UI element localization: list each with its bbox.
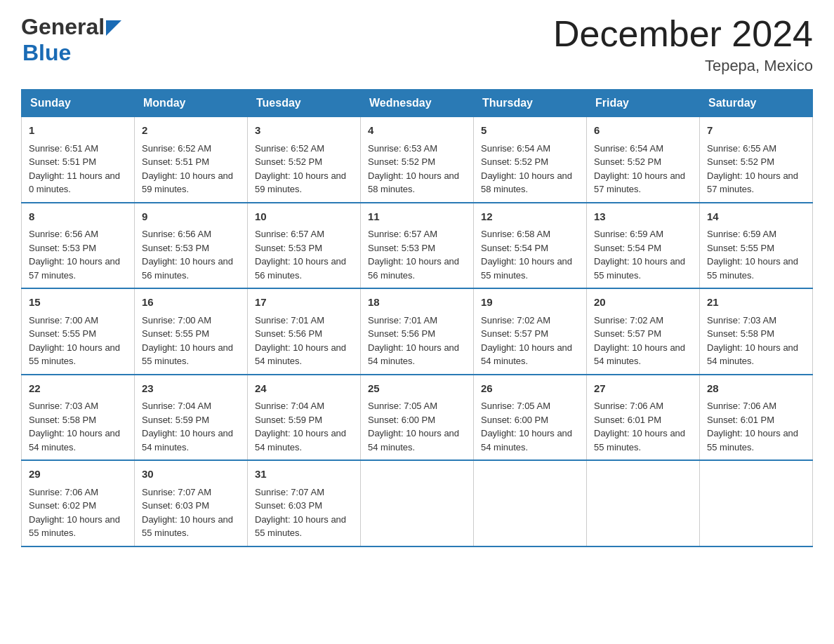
sunset-label: Sunset: 5:52 PM <box>368 156 435 167</box>
daylight-label: Daylight: 10 hours and 54 minutes. <box>594 342 685 367</box>
daylight-label: Daylight: 10 hours and 55 minutes. <box>707 256 798 281</box>
col-header-friday: Friday <box>587 90 700 117</box>
svg-marker-0 <box>106 20 121 36</box>
day-number: 31 <box>255 467 353 483</box>
daylight-label: Daylight: 10 hours and 55 minutes. <box>481 256 572 281</box>
calendar-cell: 9 Sunrise: 6:56 AM Sunset: 5:53 PM Dayli… <box>135 203 248 289</box>
calendar-week-row: 8 Sunrise: 6:56 AM Sunset: 5:53 PM Dayli… <box>22 203 813 289</box>
calendar-cell: 30 Sunrise: 7:07 AM Sunset: 6:03 PM Dayl… <box>135 460 248 546</box>
calendar-cell: 31 Sunrise: 7:07 AM Sunset: 6:03 PM Dayl… <box>248 460 361 546</box>
day-number: 28 <box>707 381 805 397</box>
logo: General Blue <box>21 14 121 66</box>
sunrise-label: Sunrise: 6:53 AM <box>368 143 437 154</box>
sunset-label: Sunset: 5:56 PM <box>368 328 435 339</box>
day-number: 13 <box>594 209 692 225</box>
day-number: 15 <box>29 295 127 311</box>
calendar-cell: 29 Sunrise: 7:06 AM Sunset: 6:02 PM Dayl… <box>22 460 135 546</box>
sunrise-label: Sunrise: 7:03 AM <box>29 401 98 411</box>
day-number: 1 <box>29 123 127 139</box>
day-number: 22 <box>29 381 127 397</box>
sunset-label: Sunset: 5:55 PM <box>142 328 209 339</box>
day-number: 25 <box>368 381 466 397</box>
sunrise-label: Sunrise: 7:01 AM <box>368 315 437 326</box>
calendar-cell: 15 Sunrise: 7:00 AM Sunset: 5:55 PM Dayl… <box>22 288 135 375</box>
sunrise-label: Sunrise: 6:57 AM <box>368 229 437 239</box>
sunset-label: Sunset: 5:52 PM <box>255 156 322 167</box>
daylight-label: Daylight: 10 hours and 57 minutes. <box>594 170 685 195</box>
sunset-label: Sunset: 5:53 PM <box>255 243 322 253</box>
daylight-label: Daylight: 10 hours and 57 minutes. <box>707 170 798 195</box>
sunset-label: Sunset: 5:54 PM <box>594 243 661 253</box>
col-header-sunday: Sunday <box>22 90 135 117</box>
calendar-cell: 5 Sunrise: 6:54 AM Sunset: 5:52 PM Dayli… <box>474 117 587 203</box>
calendar-table: SundayMondayTuesdayWednesdayThursdayFrid… <box>21 89 813 547</box>
sunset-label: Sunset: 6:02 PM <box>29 500 96 511</box>
daylight-label: Daylight: 10 hours and 54 minutes. <box>368 342 459 367</box>
calendar-week-row: 22 Sunrise: 7:03 AM Sunset: 5:58 PM Dayl… <box>22 375 813 461</box>
calendar-cell: 14 Sunrise: 6:59 AM Sunset: 5:55 PM Dayl… <box>700 203 813 289</box>
calendar-cell <box>587 460 700 546</box>
sunset-label: Sunset: 5:52 PM <box>707 156 774 167</box>
location-subtitle: Tepepa, Mexico <box>553 57 813 75</box>
sunrise-label: Sunrise: 7:07 AM <box>255 487 324 497</box>
calendar-cell: 27 Sunrise: 7:06 AM Sunset: 6:01 PM Dayl… <box>587 375 700 461</box>
sunset-label: Sunset: 5:53 PM <box>29 243 96 253</box>
calendar-cell: 28 Sunrise: 7:06 AM Sunset: 6:01 PM Dayl… <box>700 375 813 461</box>
day-number: 8 <box>29 209 127 225</box>
sunrise-label: Sunrise: 7:00 AM <box>142 315 211 326</box>
day-number: 16 <box>142 295 240 311</box>
day-number: 5 <box>481 123 579 139</box>
calendar-cell: 3 Sunrise: 6:52 AM Sunset: 5:52 PM Dayli… <box>248 117 361 203</box>
daylight-label: Daylight: 10 hours and 56 minutes. <box>255 256 346 281</box>
calendar-week-row: 15 Sunrise: 7:00 AM Sunset: 5:55 PM Dayl… <box>22 288 813 375</box>
sunrise-label: Sunrise: 7:02 AM <box>594 315 663 326</box>
daylight-label: Daylight: 10 hours and 54 minutes. <box>707 342 798 367</box>
sunrise-label: Sunrise: 6:51 AM <box>29 143 98 154</box>
sunrise-label: Sunrise: 6:59 AM <box>594 229 663 239</box>
daylight-label: Daylight: 10 hours and 55 minutes. <box>29 514 120 539</box>
calendar-cell: 19 Sunrise: 7:02 AM Sunset: 5:57 PM Dayl… <box>474 288 587 375</box>
calendar-cell <box>474 460 587 546</box>
daylight-label: Daylight: 10 hours and 54 minutes. <box>255 428 346 452</box>
day-number: 7 <box>707 123 805 139</box>
calendar-cell: 1 Sunrise: 6:51 AM Sunset: 5:51 PM Dayli… <box>22 117 135 203</box>
day-number: 29 <box>29 467 127 483</box>
col-header-tuesday: Tuesday <box>248 90 361 117</box>
daylight-label: Daylight: 10 hours and 54 minutes. <box>255 342 346 367</box>
sunset-label: Sunset: 6:01 PM <box>707 415 774 425</box>
sunset-label: Sunset: 6:00 PM <box>481 415 548 425</box>
calendar-cell: 23 Sunrise: 7:04 AM Sunset: 5:59 PM Dayl… <box>135 375 248 461</box>
sunrise-label: Sunrise: 6:54 AM <box>481 143 550 154</box>
sunrise-label: Sunrise: 6:52 AM <box>142 143 211 154</box>
daylight-label: Daylight: 10 hours and 54 minutes. <box>481 428 572 452</box>
day-number: 3 <box>255 123 353 139</box>
sunrise-label: Sunrise: 7:01 AM <box>255 315 324 326</box>
sunrise-label: Sunrise: 6:59 AM <box>707 229 776 239</box>
day-number: 24 <box>255 381 353 397</box>
sunset-label: Sunset: 5:53 PM <box>368 243 435 253</box>
daylight-label: Daylight: 10 hours and 55 minutes. <box>255 514 346 539</box>
calendar-cell: 8 Sunrise: 6:56 AM Sunset: 5:53 PM Dayli… <box>22 203 135 289</box>
day-number: 12 <box>481 209 579 225</box>
daylight-label: Daylight: 10 hours and 55 minutes. <box>142 514 233 539</box>
sunset-label: Sunset: 5:57 PM <box>481 328 548 339</box>
daylight-label: Daylight: 10 hours and 54 minutes. <box>368 428 459 452</box>
sunset-label: Sunset: 6:03 PM <box>255 500 322 511</box>
sunrise-label: Sunrise: 6:56 AM <box>29 229 98 239</box>
sunset-label: Sunset: 5:57 PM <box>594 328 661 339</box>
calendar-cell: 2 Sunrise: 6:52 AM Sunset: 5:51 PM Dayli… <box>135 117 248 203</box>
calendar-cell: 16 Sunrise: 7:00 AM Sunset: 5:55 PM Dayl… <box>135 288 248 375</box>
sunset-label: Sunset: 6:01 PM <box>594 415 661 425</box>
sunset-label: Sunset: 5:51 PM <box>29 156 96 167</box>
day-number: 6 <box>594 123 692 139</box>
day-number: 14 <box>707 209 805 225</box>
calendar-header-row: SundayMondayTuesdayWednesdayThursdayFrid… <box>22 90 813 117</box>
day-number: 26 <box>481 381 579 397</box>
sunrise-label: Sunrise: 6:58 AM <box>481 229 550 239</box>
sunrise-label: Sunrise: 7:07 AM <box>142 487 211 497</box>
daylight-label: Daylight: 10 hours and 55 minutes. <box>594 428 685 452</box>
daylight-label: Daylight: 10 hours and 59 minutes. <box>255 170 346 195</box>
calendar-cell: 20 Sunrise: 7:02 AM Sunset: 5:57 PM Dayl… <box>587 288 700 375</box>
calendar-cell: 11 Sunrise: 6:57 AM Sunset: 5:53 PM Dayl… <box>361 203 474 289</box>
daylight-label: Daylight: 10 hours and 59 minutes. <box>142 170 233 195</box>
